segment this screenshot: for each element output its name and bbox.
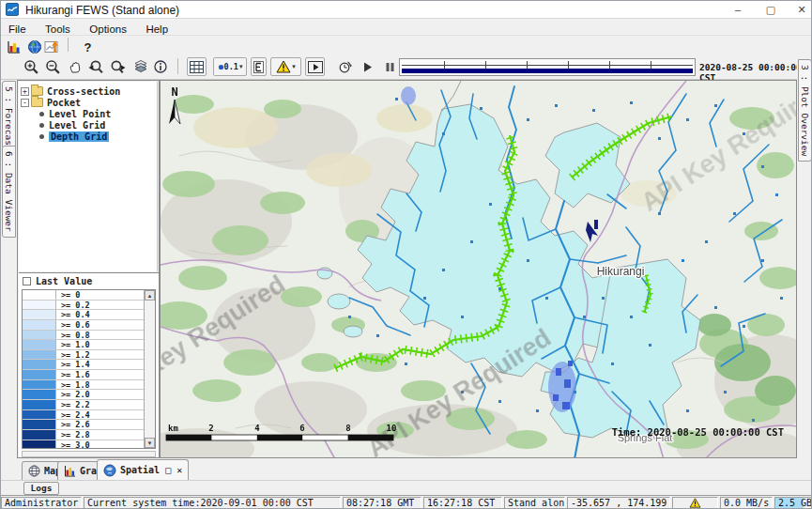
legend-row[interactable]: >= 0.4 [23, 310, 145, 320]
scroll-up-icon[interactable]: ▲ [145, 290, 155, 301]
tree-item-pocket[interactable]: - Pocket [21, 97, 81, 108]
menu-help[interactable]: Help [138, 22, 176, 35]
status-gmt-time: 08:27:18 GMT [343, 497, 421, 509]
filter-tree[interactable]: + Cross-section - Pocket Level Point Lev… [19, 82, 158, 271]
main-toolbar: ? [1, 36, 812, 55]
pan-hand-icon [68, 59, 83, 74]
zoom-out-button[interactable] [43, 57, 63, 76]
legend-swatch [23, 400, 56, 409]
status-system-time: Current system time:2020-09-01 00:00 CST [84, 497, 341, 509]
status-memory: 2.5 GB [774, 497, 812, 509]
folder-icon [31, 98, 43, 107]
tree-item-label: Level Point [49, 109, 111, 119]
svg-text:N: N [171, 85, 177, 99]
time-slider-axis [402, 65, 693, 66]
legend-class-list[interactable]: >= 0 >= 0.2 >= 0.4 >= 0.6 >= 0.8 >= 1.0 … [22, 289, 156, 449]
menu-options[interactable]: Options [82, 22, 134, 35]
legend-title: Last Value [36, 276, 92, 286]
legend-row[interactable]: >= 2.2 [23, 400, 145, 410]
display-tab-bar: Map Graph Spatial □ ✕ [1, 458, 812, 481]
warning-triangle-icon [689, 498, 701, 508]
spatial-display-button[interactable] [42, 38, 62, 56]
legend-row[interactable]: >= 1.0 [23, 340, 145, 350]
zoom-next-button[interactable] [108, 57, 128, 76]
tab-data-viewer[interactable]: 6 : Data Viewer [2, 146, 16, 238]
legend-row[interactable]: >= 0.6 [23, 320, 145, 331]
legend-row[interactable]: >= 2.6 [23, 420, 145, 430]
legend-row[interactable]: >= 0.2 [23, 301, 145, 311]
class-interval-dropdown[interactable]: 0.1 ▾ [213, 57, 247, 76]
play-button[interactable] [358, 57, 377, 76]
help-button[interactable]: ? [78, 38, 98, 56]
pan-button[interactable] [65, 57, 84, 76]
logs-button[interactable]: Logs [23, 482, 59, 495]
animation-settings-button[interactable] [334, 57, 354, 76]
tab-close-icon[interactable]: ✕ [176, 465, 182, 475]
legend-swatch [23, 420, 56, 429]
grid-display-button[interactable] [187, 57, 207, 76]
menu-file[interactable]: File [1, 22, 34, 35]
map-display-button[interactable] [24, 38, 44, 56]
labels-toggle-button[interactable] [251, 57, 267, 76]
tree-item-depth-grid[interactable]: Depth Grid [21, 131, 109, 142]
pause-button[interactable] [380, 57, 400, 76]
status-bar: Administrator Current system time:2020-0… [1, 496, 812, 509]
letter-e-icon [253, 61, 264, 73]
zoom-previous-button[interactable] [86, 57, 106, 76]
scroll-down-icon[interactable]: ▼ [145, 438, 155, 448]
legend-swatch [23, 360, 56, 369]
tree-item-level-point[interactable]: Level Point [21, 108, 111, 119]
status-warning[interactable] [672, 497, 718, 509]
last-value-checkbox[interactable] [23, 277, 31, 285]
legend-row[interactable]: >= 1.4 [23, 360, 145, 370]
legend-row[interactable]: >= 2.4 [23, 410, 145, 421]
legend-row[interactable]: >= 0 [23, 290, 145, 301]
legend-row[interactable]: >= 1.6 [23, 370, 145, 380]
title-bar: Hikurangi FEWS (Stand alone) – ▢ ✕ [1, 1, 812, 19]
legend-row[interactable]: >= 1.2 [23, 350, 145, 361]
legend-row[interactable]: >= 2.0 [23, 390, 145, 400]
menu-tools[interactable]: Tools [38, 22, 78, 35]
animation-window-button[interactable] [305, 57, 325, 76]
legend-row[interactable]: >= 0.8 [23, 331, 145, 341]
map-canvas[interactable]: API Key Required API Key Required API Ke… [160, 80, 797, 458]
layers-button[interactable] [130, 57, 150, 76]
time-slider[interactable] [399, 58, 696, 76]
minimize-button[interactable]: – [724, 1, 752, 18]
tab-spatial[interactable]: Spatial □ ✕ [97, 459, 189, 480]
timeseries-display-button[interactable] [4, 38, 23, 56]
expand-icon[interactable]: + [21, 87, 29, 96]
legend-swatch [23, 320, 56, 330]
legend-swatch [23, 331, 56, 340]
legend-swatch [23, 301, 56, 310]
legend-row[interactable]: >= 1.8 [23, 380, 145, 391]
legend-horizontal-scrollbar[interactable] [22, 451, 156, 457]
collapse-icon[interactable]: - [21, 99, 29, 107]
legend-row[interactable]: >= 3.0 [23, 440, 145, 449]
question-mark-icon: ? [84, 40, 92, 54]
info-button[interactable] [150, 57, 170, 76]
legend-panel: Last Value >= 0 >= 0.2 >= 0.4 >= 0.6 >= … [19, 272, 159, 457]
close-button[interactable]: ✕ [788, 1, 812, 18]
zoom-next-icon [110, 59, 126, 75]
tab-plot-overview[interactable]: 3 : Plot Overview [798, 59, 812, 162]
svg-text:km: km [168, 424, 178, 433]
maximize-button[interactable]: ▢ [757, 1, 785, 18]
status-coordinates: -35.657 , 174.199 [567, 497, 670, 509]
thresholds-dropdown[interactable]: ▾ [270, 57, 301, 76]
label-hikurangi: Hikurangi [597, 265, 645, 278]
zoom-in-button[interactable] [22, 57, 41, 76]
globe-icon [27, 39, 42, 54]
time-slider-range-bar [402, 69, 693, 73]
toolbar-separator [68, 38, 69, 52]
info-icon [153, 59, 168, 74]
legend-swatch [23, 370, 56, 379]
menu-bar: File Tools Options Help [1, 20, 812, 36]
tree-item-label: Cross-section [47, 86, 120, 97]
svg-text:6: 6 [299, 424, 304, 433]
legend-row[interactable]: >= 2.8 [23, 430, 145, 440]
tree-item-level-grid[interactable]: Level Grid [21, 119, 105, 131]
tab-maximize-icon[interactable]: □ [165, 465, 171, 475]
legend-vertical-scrollbar[interactable]: ▲ ▼ [144, 290, 155, 448]
logs-row: Logs [1, 481, 812, 496]
